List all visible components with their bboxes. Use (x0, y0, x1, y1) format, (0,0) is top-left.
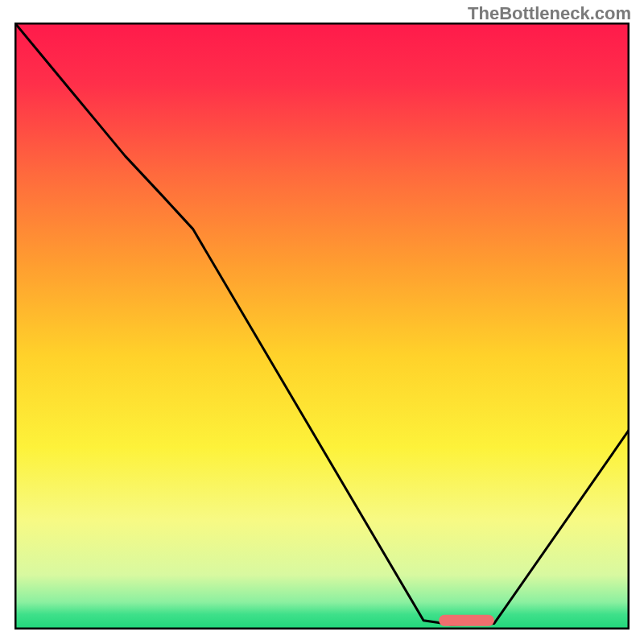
chart-background (14, 23, 630, 630)
watermark-text: TheBottleneck.com (468, 3, 631, 24)
chart-svg (14, 23, 630, 630)
chart-frame (14, 23, 630, 630)
optimal-range-marker (439, 615, 494, 626)
